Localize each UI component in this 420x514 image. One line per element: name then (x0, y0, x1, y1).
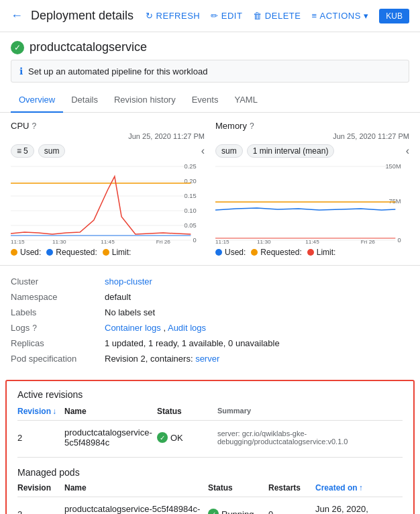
memory-interval-chip[interactable]: 1 min interval (mean) (247, 144, 335, 158)
page-header: ← Deployment details ↻ REFRESH ✏ EDIT 🗑 … (0, 0, 420, 32)
svg-text:0: 0 (193, 237, 196, 244)
pipeline-text: Set up an automated pipeline for this wo… (28, 66, 207, 76)
memory-legend-limit: Limit: (307, 248, 336, 257)
memory-chart-controls: sum 1 min interval (mean) ‹ (215, 144, 409, 158)
tab-details[interactable]: Details (63, 88, 106, 113)
service-name-row: ✓ productcatalogservice (0, 32, 420, 60)
table-row: 2 productcatalogservice-5c5f48984c ✓ OK … (17, 425, 403, 450)
pods-col-created[interactable]: Created on ↑ (315, 483, 403, 493)
cpu-legend-used: Used: (11, 248, 41, 257)
memory-legend-requested: Requested: (251, 248, 301, 257)
cpu-chart-svg: 0.25 0.20 0.15 0.10 0.05 0 (11, 163, 205, 244)
header-actions: ↻ REFRESH ✏ EDIT 🗑 DELETE ≡ ACTIONS ▾ KU… (146, 9, 409, 23)
memory-sum-chip[interactable]: sum (215, 144, 243, 158)
name-cell: productcatalogservice-5c5f48984c (64, 427, 157, 448)
svg-text:11:15: 11:15 (11, 239, 25, 244)
cpu-sum-chip[interactable]: sum (38, 144, 66, 158)
memory-chart-area: 150M 75M 0 11:15 11:30 11:45 Fri 26 (215, 163, 409, 244)
col-header-revision[interactable]: Revision ↓ (17, 407, 64, 416)
replicas-row: Replicas 1 updated, 1 ready, 1 available… (11, 336, 409, 351)
memory-chart-subtitle: Jun 25, 2020 11:27 PM (215, 132, 409, 140)
cluster-label: Cluster (11, 276, 105, 287)
audit-logs-link[interactable]: Audit logs (168, 323, 206, 333)
tab-revision-history[interactable]: Revision history (106, 88, 184, 113)
labels-label: Labels (11, 307, 105, 317)
tab-yaml[interactable]: YAML (226, 88, 265, 113)
pod-spec-label: Pod specification (11, 354, 105, 364)
chevron-down-icon: ▾ (364, 11, 369, 21)
filter-icon: ≡ (17, 146, 21, 156)
container-logs-link[interactable]: Container logs (105, 323, 161, 333)
mem-limit-dot (307, 249, 314, 256)
svg-text:Fri 26: Fri 26 (361, 239, 376, 244)
cpu-info-icon[interactable]: ? (32, 121, 36, 131)
service-name: productcatalogservice (30, 40, 147, 54)
pods-col-revision: Revision (17, 483, 64, 493)
running-icon: ✓ (208, 509, 219, 514)
memory-legend-used: Used: (215, 248, 246, 257)
svg-text:0: 0 (397, 237, 401, 244)
cpu-chart-container: CPU ? Jun 25, 2020 11:27 PM ≡ 5 sum ‹ 0.… (11, 121, 205, 257)
pod-spec-link[interactable]: server (195, 354, 219, 364)
cpu-chart-controls: ≡ 5 sum ‹ (11, 144, 205, 158)
svg-text:11:45: 11:45 (305, 239, 319, 244)
edit-icon: ✏ (211, 11, 219, 21)
service-status-icon: ✓ (11, 41, 24, 54)
back-button[interactable]: ← (11, 9, 23, 23)
labels-value: No labels set (105, 307, 409, 317)
logs-info-icon[interactable]: ? (32, 323, 37, 333)
delete-button[interactable]: 🗑 DELETE (253, 11, 301, 21)
page-title: Deployment details (31, 9, 146, 23)
pods-col-restarts: Restarts (268, 483, 315, 493)
refresh-button[interactable]: ↻ REFRESH (146, 11, 200, 21)
replicas-label: Replicas (11, 338, 105, 348)
svg-text:11:15: 11:15 (215, 239, 229, 244)
limit-dot (103, 249, 109, 256)
tab-events[interactable]: Events (184, 88, 227, 113)
pod-revision-cell: 2 (17, 509, 64, 515)
actions-button[interactable]: ≡ ACTIONS ▾ (311, 11, 368, 21)
pod-created-cell: Jun 26, 2020, 12:01:52 AM (315, 504, 403, 514)
status-ok: ✓ OK (157, 432, 217, 443)
revisions-table-header: Revision ↓ Name Status Summary (17, 407, 403, 421)
managed-pods-title: Managed pods (17, 467, 403, 478)
namespace-row: Namespace default (11, 289, 409, 305)
pods-col-name: Name (64, 483, 208, 493)
memory-chart-container: Memory ? Jun 25, 2020 11:27 PM sum 1 min… (215, 121, 409, 257)
pod-status-ok: ✓ Running (208, 509, 268, 514)
status-cell: ✓ OK (157, 432, 217, 443)
col-header-summary: Summary (217, 407, 403, 416)
delete-icon: 🗑 (253, 11, 262, 21)
memory-chart-legend: Used: Requested: Limit: (215, 248, 409, 257)
cpu-legend-limit: Limit: (103, 248, 132, 257)
revision-cell: 2 (17, 433, 64, 443)
cpu-chart-title: CPU ? (11, 121, 205, 131)
cpu-filter-chip[interactable]: ≡ 5 (11, 144, 34, 158)
cpu-chart-legend: Used: Requested: Limit: (11, 248, 205, 257)
mem-requested-dot (251, 249, 258, 256)
logs-row: Logs ? Container logs , Audit logs (11, 320, 409, 336)
charts-section: CPU ? Jun 25, 2020 11:27 PM ≡ 5 sum ‹ 0.… (0, 113, 420, 265)
svg-text:Fri 26: Fri 26 (156, 239, 171, 244)
cpu-chart-prev-button[interactable]: ‹ (201, 145, 205, 157)
memory-chart-prev-button[interactable]: ‹ (406, 145, 409, 157)
pod-spec-value: Revision 2, containers: server (105, 354, 409, 364)
kube-button[interactable]: KUB (379, 9, 409, 23)
col-header-name: Name (64, 407, 157, 416)
requested-dot (46, 249, 53, 256)
cpu-legend-requested: Requested: (46, 248, 97, 257)
pod-status-cell: ✓ Running (208, 509, 268, 514)
memory-info-icon[interactable]: ? (250, 121, 254, 131)
cluster-value[interactable]: shop-cluster (105, 276, 409, 287)
cluster-row: Cluster shop-cluster (11, 274, 409, 289)
col-header-status: Status (157, 407, 217, 416)
list-icon: ≡ (311, 11, 317, 21)
edit-button[interactable]: ✏ EDIT (211, 11, 242, 21)
refresh-icon: ↻ (146, 11, 154, 21)
revisions-pods-box: Active revisions Revision ↓ Name Status … (5, 380, 415, 514)
details-section: Cluster shop-cluster Namespace default L… (0, 265, 420, 374)
ok-icon: ✓ (157, 432, 168, 443)
pod-name-cell: productcatalogservice-5c5f48984c-f82wx (64, 504, 208, 514)
namespace-label: Namespace (11, 292, 105, 302)
tab-overview[interactable]: Overview (11, 88, 63, 113)
